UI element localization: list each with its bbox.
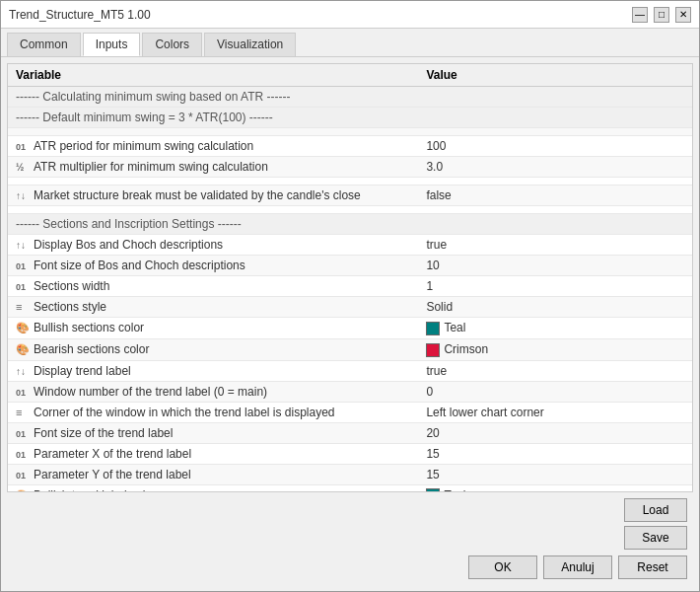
param-value[interactable]: Teal — [418, 484, 692, 492]
table-row: 01Parameter X of the trend label15 — [8, 443, 692, 464]
load-button[interactable]: Load — [624, 498, 687, 522]
param-variable: 01Sections width — [8, 276, 418, 297]
param-icon: 01 — [16, 281, 30, 292]
table-row: ------ Calculating minimum swing based o… — [8, 87, 692, 108]
col-value: Value — [418, 64, 692, 87]
tab-inputs[interactable]: Inputs — [83, 33, 141, 56]
param-value[interactable]: 1 — [418, 276, 692, 297]
param-icon: 01 — [16, 449, 30, 460]
table-row: 01Sections width1 — [8, 276, 692, 297]
cancel-button[interactable]: Anuluj — [543, 555, 612, 579]
param-label: Sections width — [34, 279, 109, 293]
param-value[interactable]: 100 — [418, 136, 692, 157]
param-variable: ≡Sections style — [8, 297, 418, 318]
table-row: ≡Sections styleSolid — [8, 297, 692, 318]
section-label: ------ Calculating minimum swing based o… — [8, 87, 692, 108]
param-icon: ≡ — [16, 407, 30, 418]
param-value[interactable]: Crimson — [418, 338, 692, 360]
param-label: Bullish sections color — [34, 321, 144, 334]
param-value[interactable]: 20 — [418, 422, 692, 443]
param-variable: ↑↓Display trend label — [8, 360, 418, 381]
param-value[interactable]: true — [418, 235, 692, 256]
table-row: ------ Default minimum swing = 3 * ATR(1… — [8, 108, 692, 128]
section-label: ------ Sections and Inscription Settings… — [8, 214, 692, 235]
tab-visualization[interactable]: Visualization — [204, 33, 296, 56]
table-row: 01Window number of the trend label (0 = … — [8, 381, 692, 402]
table-row: ------ Sections and Inscription Settings… — [8, 214, 692, 235]
param-value[interactable]: 3.0 — [418, 157, 692, 178]
param-value[interactable]: Solid — [418, 297, 692, 318]
param-label: Display trend label — [34, 364, 131, 378]
title-buttons: — □ ✕ — [632, 7, 691, 23]
param-label: ATR period for minimum swing calculation — [34, 139, 253, 153]
table-row: ≡Corner of the window in which the trend… — [8, 402, 692, 422]
param-label: Display Bos and Choch descriptions — [34, 238, 223, 252]
table-row: ↑↓Display Bos and Choch descriptionstrue — [8, 235, 692, 256]
param-variable: 01Window number of the trend label (0 = … — [8, 381, 418, 402]
tab-common[interactable]: Common — [7, 33, 81, 56]
param-variable: 🎨Bearish sections color — [8, 338, 418, 360]
param-value[interactable]: Left lower chart corner — [418, 402, 692, 422]
save-button[interactable]: Save — [624, 526, 687, 550]
param-label: Market structure break must be validated… — [34, 188, 361, 202]
table-row: ½ATR multiplier for minimum swing calcul… — [8, 157, 692, 178]
color-swatch — [426, 343, 440, 357]
table-row: 01Parameter Y of the trend label15 — [8, 464, 692, 484]
param-icon: 01 — [16, 470, 30, 481]
param-label: Corner of the window in which the trend … — [34, 406, 335, 419]
spacer-row — [8, 178, 692, 185]
section-label: ------ Default minimum swing = 3 * ATR(1… — [8, 108, 692, 128]
main-window: Trend_Structure_MT5 1.00 — □ ✕ Common In… — [0, 0, 700, 592]
params-table-container[interactable]: Variable Value ------ Calculating minimu… — [7, 63, 693, 492]
param-value[interactable]: 15 — [418, 443, 692, 464]
param-value[interactable]: false — [418, 185, 692, 206]
load-save-panel: Load Save — [624, 498, 687, 550]
param-icon: 01 — [16, 428, 30, 439]
reset-button[interactable]: Reset — [618, 555, 687, 579]
minimize-button[interactable]: — — [632, 7, 648, 23]
params-table: Variable Value ------ Calculating minimu… — [8, 64, 692, 492]
table-row: ↑↓Display trend labeltrue — [8, 360, 692, 381]
param-variable: 01Font size of the trend label — [8, 422, 418, 443]
param-icon: ↑↓ — [16, 190, 30, 201]
param-value[interactable]: Teal — [418, 318, 692, 339]
param-icon: 🎨 — [16, 322, 30, 334]
param-variable: ≡Corner of the window in which the trend… — [8, 402, 418, 422]
param-variable: 01Parameter X of the trend label — [8, 443, 418, 464]
table-row: 01Font size of the trend label20 — [8, 422, 692, 443]
window-title: Trend_Structure_MT5 1.00 — [9, 8, 151, 22]
param-icon: 01 — [16, 260, 30, 271]
param-label: Window number of the trend label (0 = ma… — [34, 385, 267, 399]
param-icon: 🎨 — [16, 343, 30, 356]
table-row: ↑↓Market structure break must be validat… — [8, 185, 692, 206]
tab-bar: Common Inputs Colors Visualization — [1, 29, 699, 57]
param-variable: 🎨Bullish trend label color — [8, 484, 418, 492]
table-row: 01Font size of Bos and Choch description… — [8, 256, 692, 276]
param-value[interactable]: 0 — [418, 381, 692, 402]
table-row: 🎨Bullish trend label colorTeal — [8, 484, 692, 492]
title-bar: Trend_Structure_MT5 1.00 — □ ✕ — [1, 1, 699, 29]
ok-button[interactable]: OK — [468, 555, 537, 579]
param-label: Parameter Y of the trend label — [34, 468, 191, 481]
param-value[interactable]: true — [418, 360, 692, 381]
param-icon: 01 — [16, 141, 30, 152]
maximize-button[interactable]: □ — [654, 7, 669, 23]
param-variable: 🎨Bullish sections color — [8, 318, 418, 339]
bottom-bar: Load Save — [7, 492, 693, 555]
param-icon: ↑↓ — [16, 240, 30, 251]
param-variable: ½ATR multiplier for minimum swing calcul… — [8, 157, 418, 178]
color-swatch — [426, 322, 440, 335]
param-value[interactable]: 10 — [418, 256, 692, 276]
param-label: Font size of Bos and Choch descriptions — [34, 259, 245, 272]
param-icon: ≡ — [16, 301, 30, 313]
param-label: Parameter X of the trend label — [34, 447, 191, 461]
param-label: Font size of the trend label — [34, 426, 173, 440]
param-variable: ↑↓Market structure break must be validat… — [8, 185, 418, 206]
close-button[interactable]: ✕ — [675, 7, 691, 23]
tab-colors[interactable]: Colors — [142, 33, 202, 56]
param-variable: 01Parameter Y of the trend label — [8, 464, 418, 484]
main-content: Variable Value ------ Calculating minimu… — [1, 57, 699, 591]
param-value[interactable]: 15 — [418, 464, 692, 484]
table-row: 🎨Bearish sections colorCrimson — [8, 338, 692, 360]
table-row: 🎨Bullish sections colorTeal — [8, 318, 692, 339]
